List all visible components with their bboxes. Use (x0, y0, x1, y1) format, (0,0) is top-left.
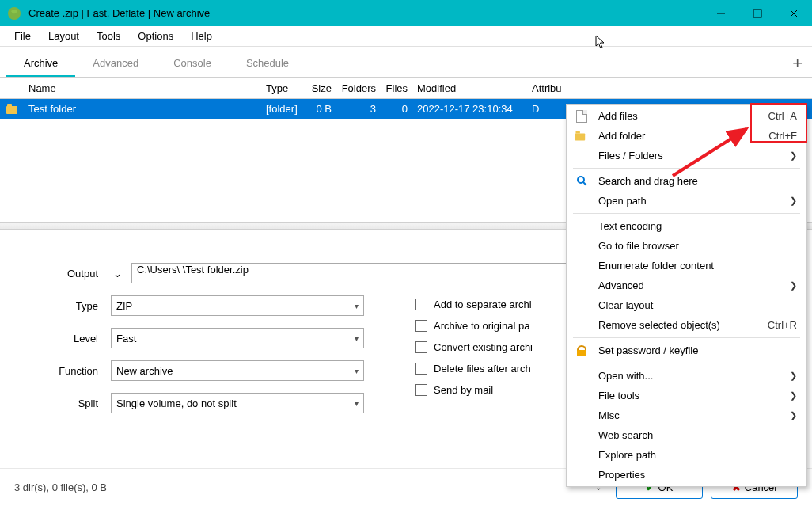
cm-properties[interactable]: Properties (567, 465, 806, 485)
svg-line-6 (583, 182, 586, 185)
cm-explore-path[interactable]: Explore path (567, 445, 806, 465)
type-label: Type (16, 300, 103, 312)
checkbox-icon (415, 363, 427, 375)
separator (573, 213, 800, 214)
chevron-right-icon: ❯ (790, 410, 797, 420)
separator (573, 168, 800, 169)
cell-name: Test folder (24, 103, 261, 115)
tab-archive[interactable]: Archive (6, 51, 75, 77)
cell-folders: 3 (336, 103, 381, 115)
titlebar: Create .zip | Fast, Deflate | New archiv… (0, 0, 812, 26)
checkbox-icon (415, 299, 427, 310)
cm-add-folder[interactable]: Add folder Ctrl+F (567, 126, 806, 146)
column-size[interactable]: Size (305, 82, 336, 94)
output-history-dropdown[interactable]: ⌄ (111, 268, 123, 280)
cm-add-files[interactable]: Add files Ctrl+A (567, 106, 806, 126)
menubar: File Layout Tools Options Help (0, 26, 812, 47)
tab-console[interactable]: Console (156, 51, 229, 77)
menu-options[interactable]: Options (130, 28, 181, 44)
folder-icon (6, 104, 19, 115)
column-files[interactable]: Files (381, 82, 412, 94)
cm-files-folders[interactable]: Files / Folders ❯ (567, 146, 806, 165)
table-header: Name Type Size Folders Files Modified At… (0, 77, 812, 99)
tab-advanced[interactable]: Advanced (75, 51, 156, 77)
context-menu: Add files Ctrl+A Add folder Ctrl+F Files… (566, 104, 807, 487)
function-select[interactable]: New archive▾ (111, 360, 364, 381)
cm-enumerate[interactable]: Enumerate folder content (567, 256, 806, 276)
type-select[interactable]: ZIP▾ (111, 295, 364, 316)
cm-remove-selected[interactable]: Remove selected object(s) Ctrl+R (567, 315, 806, 335)
chevron-right-icon: ❯ (790, 371, 797, 381)
window-title: Create .zip | Fast, Deflate | New archiv… (28, 7, 210, 19)
close-button[interactable] (776, 0, 812, 26)
cm-open-path[interactable]: Open path ❯ (567, 191, 806, 211)
split-select[interactable]: Single volume, do not split▾ (111, 393, 364, 413)
chevron-down-icon: ▾ (355, 334, 359, 343)
svg-point-5 (578, 177, 584, 183)
search-icon (575, 175, 589, 187)
cm-go-browser[interactable]: Go to file browser (567, 236, 806, 256)
chevron-right-icon: ❯ (790, 390, 797, 401)
column-name[interactable]: Name (24, 82, 261, 94)
separator (573, 363, 800, 363)
chevron-down-icon: ▾ (355, 302, 359, 310)
chevron-down-icon: ▾ (355, 367, 359, 375)
split-label: Split (16, 398, 103, 409)
column-modified[interactable]: Modified (412, 82, 527, 94)
separator (573, 337, 800, 338)
level-label: Level (16, 333, 103, 344)
chevron-right-icon: ❯ (790, 150, 797, 161)
cm-search[interactable]: Search and drag here (567, 171, 806, 191)
level-select[interactable]: Fast▾ (111, 328, 364, 348)
column-attributes[interactable]: Attribu (527, 82, 575, 94)
checkbox-icon (415, 341, 427, 353)
cell-modified: 2022-12-17 23:10:34 (412, 103, 527, 115)
cell-files: 0 (381, 103, 412, 115)
column-folders[interactable]: Folders (336, 82, 381, 94)
file-icon (575, 110, 589, 123)
maximize-button[interactable] (739, 0, 776, 26)
output-label: Output (16, 268, 103, 280)
menu-tools[interactable]: Tools (89, 28, 128, 44)
status-text: 3 dir(s), 0 file(s), 0 B (14, 481, 107, 493)
cell-type: [folder] (261, 103, 305, 115)
svg-rect-2 (753, 10, 761, 17)
cm-open-with[interactable]: Open with... ❯ (567, 366, 806, 386)
add-tab-button[interactable]: + (792, 53, 803, 74)
chevron-right-icon: ❯ (790, 196, 797, 206)
lock-icon (575, 345, 589, 356)
cm-misc[interactable]: Misc ❯ (567, 405, 806, 425)
menu-layout[interactable]: Layout (40, 28, 87, 44)
menu-file[interactable]: File (6, 28, 39, 44)
checkbox-icon (415, 384, 427, 396)
cm-advanced[interactable]: Advanced ❯ (567, 276, 806, 295)
tab-schedule[interactable]: Schedule (229, 51, 306, 77)
cm-text-encoding[interactable]: Text encoding (567, 216, 806, 236)
column-type[interactable]: Type (261, 82, 305, 94)
tabbar: Archive Advanced Console Schedule + (0, 47, 812, 77)
chevron-right-icon: ❯ (790, 280, 797, 291)
cm-web-search[interactable]: Web search (567, 425, 806, 445)
app-icon (6, 6, 22, 21)
cm-set-password[interactable]: Set password / keyfile (567, 341, 806, 360)
cell-size: 0 B (305, 103, 336, 115)
menu-help[interactable]: Help (183, 28, 220, 44)
checkbox-icon (415, 320, 427, 332)
minimize-button[interactable] (703, 0, 739, 26)
function-label: Function (16, 365, 103, 377)
cm-clear-layout[interactable]: Clear layout (567, 295, 806, 315)
cm-file-tools[interactable]: File tools ❯ (567, 386, 806, 405)
folder-icon (575, 131, 589, 142)
chevron-down-icon: ▾ (355, 399, 359, 408)
